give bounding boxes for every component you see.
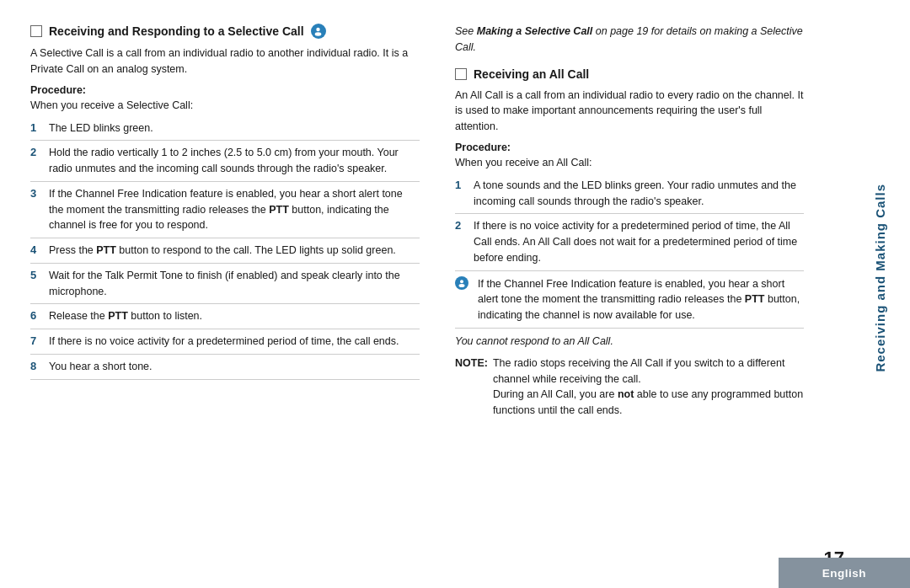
step-number: 7: [30, 334, 42, 347]
left-when-text: When you receive a Selective Call:: [30, 99, 420, 111]
table-row: 6 Release the PTT button to listen.: [30, 304, 420, 329]
step-number: 4: [30, 243, 42, 256]
svg-point-0: [316, 27, 319, 30]
sidebar-label: Receiving and Making Calls: [849, 0, 910, 556]
table-row: 1 The LED blinks green.: [30, 116, 420, 142]
table-row: 7 If there is no voice activity for a pr…: [30, 329, 420, 355]
step-text: You hear a short tone.: [49, 359, 420, 375]
table-row: 5 Wait for the Talk Permit Tone to finis…: [30, 264, 420, 305]
step-number: 1: [30, 120, 42, 134]
selective-call-icon: [311, 24, 326, 39]
left-heading-text: Receiving and Responding to a Selective …: [49, 24, 304, 38]
right-heading: Receiving an All Call: [455, 67, 804, 81]
sidebar-label-text: Receiving and Making Calls: [873, 184, 887, 372]
channel-free-icon: [455, 276, 468, 290]
note-block: NOTE: The radio stops receiving the All …: [455, 355, 804, 419]
step-text: Wait for the Talk Permit Tone to finish …: [49, 268, 420, 300]
channel-free-text: If the Channel Free Indication feature i…: [478, 276, 804, 323]
step-number: 8: [30, 359, 42, 372]
english-tab-text: English: [822, 567, 866, 580]
table-row: 2 If there is no voice activity for a pr…: [455, 214, 804, 270]
cannot-respond-text: You cannot respond to an All Call.: [455, 335, 804, 347]
left-intro: A Selective Call is a call from an indiv…: [30, 45, 420, 78]
step-number: 3: [30, 186, 42, 200]
step-text: Hold the radio vertically 1 to 2 inches …: [49, 145, 420, 177]
heading-icon-box-2: [455, 68, 467, 80]
step-text: If the Channel Free Indication feature i…: [49, 186, 420, 233]
left-heading: Receiving and Responding to a Selective …: [30, 24, 420, 39]
svg-point-1: [315, 32, 322, 35]
table-row: 8 You hear a short tone.: [30, 355, 420, 380]
page-container: Receiving and Responding to a Selective …: [0, 0, 910, 588]
note-text: The radio stops receiving the All Call i…: [493, 355, 804, 419]
step-text: If there is no voice activity for a pred…: [49, 334, 420, 350]
step-number: 5: [30, 268, 42, 281]
note-label: NOTE:: [455, 355, 488, 419]
table-row: 3 If the Channel Free Indication feature…: [30, 182, 420, 238]
left-step-list: 1 The LED blinks green. 2 Hold the radio…: [30, 116, 420, 380]
right-step-list: 1 A tone sounds and the LED blinks green…: [455, 174, 804, 271]
table-row: 1 A tone sounds and the LED blinks green…: [455, 174, 804, 215]
right-column: See Making a Selective Call on page 19 f…: [443, 24, 880, 564]
step-text: A tone sounds and the LED blinks green. …: [474, 178, 804, 210]
table-row: 2 Hold the radio vertically 1 to 2 inche…: [30, 141, 420, 182]
right-procedure-label: Procedure:: [455, 142, 804, 153]
step-number: 1: [455, 178, 467, 191]
step-text: The LED blinks green.: [49, 120, 420, 136]
channel-free-block: If the Channel Free Indication feature i…: [455, 276, 804, 329]
step-text: Release the PTT button to listen.: [49, 308, 420, 324]
svg-point-2: [460, 280, 463, 283]
step-number: 2: [455, 218, 467, 232]
step-number: 2: [30, 145, 42, 158]
right-when-text: When you receive an All Call:: [455, 157, 804, 168]
table-row: 4 Press the PTT button to respond to the…: [30, 238, 420, 264]
left-procedure-label: Procedure:: [30, 84, 420, 96]
right-ref-text: See Making a Selective Call on page 19 f…: [455, 24, 804, 56]
step-text: If there is no voice activity for a pred…: [474, 218, 804, 265]
step-text: Press the PTT button to respond to the c…: [49, 243, 420, 259]
svg-point-3: [459, 284, 465, 287]
left-column: Receiving and Responding to a Selective …: [30, 24, 443, 564]
english-tab: English: [779, 558, 910, 588]
right-heading-text: Receiving an All Call: [474, 67, 589, 81]
heading-icon-box: [30, 25, 42, 37]
step-number: 6: [30, 308, 42, 322]
right-intro: An All Call is a call from an individual…: [455, 88, 804, 135]
